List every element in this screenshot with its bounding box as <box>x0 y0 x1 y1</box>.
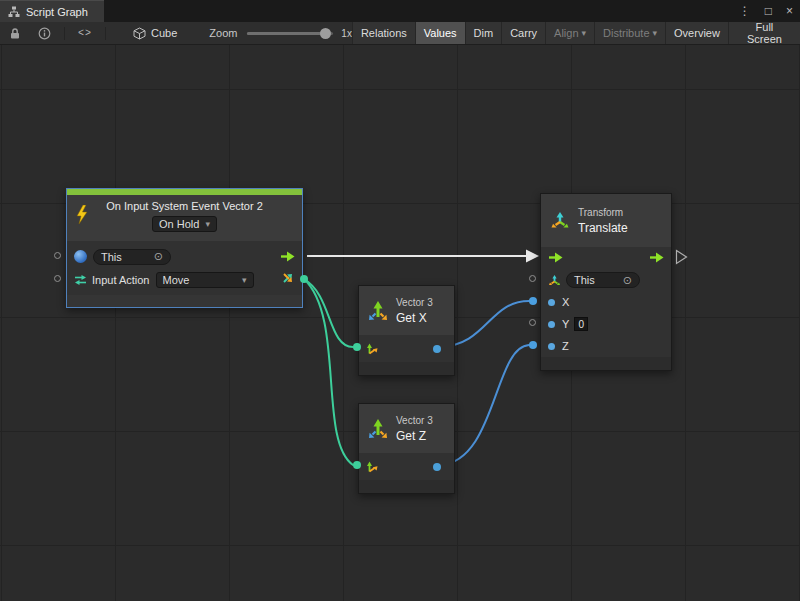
input-action-icon <box>74 274 87 286</box>
event-node-footer <box>67 295 302 307</box>
caret-down-icon: ▾ <box>653 28 658 38</box>
maximize-button[interactable]: □ <box>758 0 779 22</box>
vector3-port-icon <box>366 460 379 473</box>
target-object-button[interactable]: Cube <box>127 27 183 40</box>
zoom-value: 1x <box>341 28 352 39</box>
y-value-field[interactable]: 0 <box>574 317 588 331</box>
cube-icon <box>133 27 146 40</box>
node-category: Vector 3 <box>396 415 433 426</box>
event-this-label: This <box>101 251 122 263</box>
window-controls: ⋮ □ × <box>732 0 800 22</box>
code-view-icon[interactable]: <> <box>74 22 96 44</box>
z-port-dot[interactable] <box>548 343 555 350</box>
float-output-port[interactable] <box>433 463 441 471</box>
port-translate-x-input[interactable] <box>529 297 537 305</box>
vector3-icon <box>367 418 389 440</box>
align-button[interactable]: Align ▾ <box>545 22 594 44</box>
node-title: On Input System Event Vector 2 <box>67 200 302 212</box>
event-this-selector[interactable]: This ⊙ <box>93 249 171 265</box>
caret-down-icon: ▾ <box>242 275 247 285</box>
tab-title: Script Graph <box>26 6 88 18</box>
translate-x-row: X <box>541 291 671 313</box>
node-on-input-system-event[interactable]: On Input System Event Vector 2 On Hold ▾… <box>66 188 303 308</box>
event-mode-dropdown[interactable]: On Hold ▾ <box>152 216 217 232</box>
x-port-dot[interactable] <box>548 299 555 306</box>
port-event-input-action-input[interactable] <box>54 275 61 282</box>
window-menu-button[interactable]: ⋮ <box>732 0 758 22</box>
input-action-value: Move <box>163 274 190 286</box>
wire-flow-arrowhead <box>526 250 539 263</box>
graph-toolbar: <> Cube Zoom 1x Relations Values Dim Car… <box>0 22 800 45</box>
input-action-label: Input Action <box>92 274 150 286</box>
translate-footer <box>541 357 671 370</box>
tab-bar: Script Graph ⋮ □ × <box>0 0 800 22</box>
distribute-label: Distribute <box>603 27 649 39</box>
target-icon: ⊙ <box>623 274 632 287</box>
transform-mini-icon <box>548 274 561 287</box>
input-action-dropdown[interactable]: Move ▾ <box>156 272 254 288</box>
overview-button[interactable]: Overview <box>665 22 728 44</box>
flow-output-arrow-icon[interactable] <box>649 249 664 267</box>
node-title: Get X <box>396 311 433 325</box>
node-title: Get Z <box>396 429 433 443</box>
relations-button[interactable]: Relations <box>352 22 415 44</box>
vector3-port-icon <box>366 342 379 355</box>
x-port-label: X <box>562 296 569 308</box>
fullscreen-button[interactable]: Full Screen <box>728 22 800 44</box>
tab-script-graph[interactable]: Script Graph <box>0 0 104 22</box>
get-x-header: Vector 3 Get X <box>359 286 454 335</box>
port-translate-y-input[interactable] <box>529 319 536 326</box>
translate-this-row: This ⊙ <box>541 269 671 291</box>
toolbar-separator <box>105 27 106 40</box>
info-icon[interactable] <box>34 22 55 44</box>
translate-this-selector[interactable]: This ⊙ <box>566 272 640 288</box>
float-output-port[interactable] <box>433 345 441 353</box>
port-event-vector2-output[interactable] <box>300 275 308 283</box>
port-getx-vector3-input[interactable] <box>353 343 361 351</box>
script-graph-window: Script Graph ⋮ □ × <> <box>0 0 800 601</box>
graph-hierarchy-icon <box>8 6 20 18</box>
port-translate-z-input[interactable] <box>529 341 537 349</box>
graph-canvas[interactable]: On Input System Event Vector 2 On Hold ▾… <box>0 45 800 601</box>
port-event-this-input[interactable] <box>54 252 61 259</box>
flow-continuation-triangle[interactable] <box>675 249 688 265</box>
get-z-port-row <box>359 453 454 480</box>
zoom-slider-knob[interactable] <box>320 28 331 39</box>
get-z-header: Vector 3 Get Z <box>359 404 454 453</box>
vector2-output-icon[interactable] <box>281 271 295 289</box>
port-translate-this-input[interactable] <box>529 275 536 282</box>
node-title: Translate <box>578 221 628 235</box>
port-getz-vector3-input[interactable] <box>353 461 361 469</box>
flow-graph-icon <box>74 250 87 263</box>
event-this-row: This ⊙ <box>67 245 302 268</box>
y-port-dot[interactable] <box>548 321 555 328</box>
close-button[interactable]: × <box>779 0 800 22</box>
wire-vector2-to-getz[interactable] <box>304 279 353 465</box>
zoom-slider[interactable] <box>247 32 333 35</box>
event-input-action-row: Input Action Move ▾ <box>67 268 302 291</box>
transform-icon <box>550 211 570 231</box>
values-button[interactable]: Values <box>415 22 465 44</box>
zoom-label: Zoom <box>209 27 237 39</box>
caret-down-icon: ▾ <box>205 219 210 229</box>
target-icon: ⊙ <box>154 250 163 263</box>
dim-button[interactable]: Dim <box>465 22 502 44</box>
translate-header: Transform Translate <box>541 194 671 247</box>
node-get-x[interactable]: Vector 3 Get X <box>358 285 455 376</box>
event-mode-value: On Hold <box>159 218 199 230</box>
node-transform-translate[interactable]: Transform Translate <box>540 193 672 371</box>
translate-y-row: Y 0 <box>541 313 671 335</box>
translate-flow-row <box>541 247 671 269</box>
flow-input-arrow-icon[interactable] <box>548 249 563 267</box>
flow-output-arrow-icon[interactable] <box>280 248 295 266</box>
target-object-label: Cube <box>151 27 177 39</box>
event-node-body: This ⊙ <box>67 241 302 295</box>
translate-z-row: Z <box>541 335 671 357</box>
node-category: Transform <box>578 207 628 218</box>
toolbar-toggle-group: Relations Values Dim Carry Align ▾ Distr… <box>352 22 800 44</box>
carry-button[interactable]: Carry <box>501 22 545 44</box>
vector3-icon <box>367 300 389 322</box>
lock-icon[interactable] <box>5 22 25 44</box>
node-get-z[interactable]: Vector 3 Get Z <box>358 403 455 494</box>
distribute-button[interactable]: Distribute ▾ <box>594 22 665 44</box>
